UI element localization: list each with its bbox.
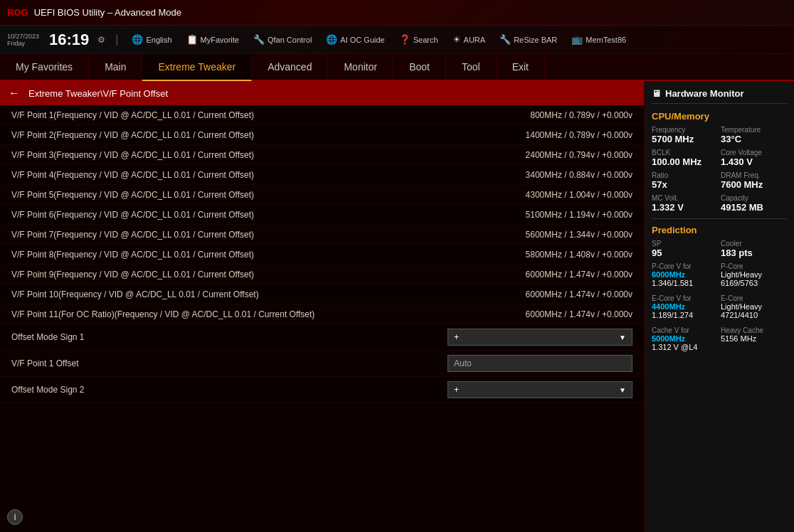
setting-value-vf7: 5600MHz / 1.344v / +0.000v — [490, 230, 632, 240]
hw-frequency-value: 5700 MHz — [652, 134, 718, 144]
hw-cache-row: Cache V for 5000MHz 1.312 V @L4 Heavy Ca… — [652, 326, 787, 356]
setting-row-vf10[interactable]: V/F Point 10(Frequency / VID @ AC/DC_LL … — [0, 284, 644, 304]
tab-exit[interactable]: Exit — [497, 54, 545, 80]
setting-label-vf9: V/F Point 9(Frequency / VID @ AC/DC_LL 0… — [11, 270, 490, 280]
topnav-search-label: Search — [413, 36, 438, 44]
cpu-memory-section-title: CPU/Memory — [652, 111, 787, 122]
topnav-memtest[interactable]: 📺 MemTest86 — [568, 33, 630, 46]
topnav-resizebar[interactable]: 🔧 ReSize BAR — [496, 33, 561, 46]
tab-boot[interactable]: Boot — [393, 54, 446, 80]
hw-core-voltage: Core Voltage 1.430 V — [721, 149, 787, 167]
setting-row-vf5[interactable]: V/F Point 5(Frequency / VID @ AC/DC_LL 0… — [0, 185, 644, 205]
hw-prediction-sp-cooler: SP 95 Cooler 183 pts — [652, 240, 787, 258]
vf1-offset-value: Auto — [454, 358, 472, 368]
offset-sign-1-dropdown[interactable]: + ▼ — [448, 329, 632, 346]
hw-dram-freq: DRAM Freq. 7600 MHz — [721, 171, 787, 190]
back-button[interactable]: ← — [9, 87, 20, 100]
tab-extreme-tweaker[interactable]: Extreme Tweaker — [142, 54, 252, 81]
breadcrumb-path: Extreme Tweaker\V/F Point Offset — [28, 88, 168, 99]
setting-row-vf11[interactable]: V/F Point 11(For OC Ratio)(Frequency / V… — [0, 304, 644, 324]
setting-row-vf1[interactable]: V/F Point 1(Frequency / VID @ AC/DC_LL 0… — [0, 105, 644, 125]
setting-label-vf4: V/F Point 4(Frequency / VID @ AC/DC_LL 0… — [11, 170, 490, 180]
hw-pcore-voltage-val: 1.346/1.581 — [652, 279, 718, 287]
setting-row-vf7[interactable]: V/F Point 7(Frequency / VID @ AC/DC_LL 0… — [0, 225, 644, 245]
tab-main[interactable]: Main — [89, 54, 142, 80]
aura-icon: ☀ — [452, 34, 461, 45]
setting-label-vf3: V/F Point 3(Frequency / VID @ AC/DC_LL 0… — [11, 150, 490, 160]
day-text: Friday — [7, 40, 39, 47]
hw-cache-v-left: Cache V for 5000MHz 1.312 V @L4 — [652, 326, 718, 351]
topnav-qfan[interactable]: 🔧 Qfan Control — [250, 33, 315, 46]
tab-advanced[interactable]: Advanced — [252, 54, 328, 80]
hw-bclk-label: BCLK — [652, 149, 718, 156]
tab-tool[interactable]: Tool — [446, 54, 497, 80]
hw-sp-label: SP — [652, 240, 718, 248]
topnav-aioc[interactable]: 🌐 AI OC Guide — [322, 33, 388, 46]
topnav-myfavorite[interactable]: 📋 MyFavorite — [183, 33, 243, 46]
hw-sp-value: 95 — [652, 248, 718, 258]
setting-value-vf3: 2400MHz / 0.794v / +0.000v — [490, 150, 632, 160]
offset-sign-2-dropdown[interactable]: + ▼ — [448, 381, 632, 398]
hw-mc-volt: MC Volt. 1.332 V — [652, 194, 718, 213]
dropdown-arrow-2-icon: ▼ — [619, 386, 626, 394]
topnav-english[interactable]: 🌐 English — [128, 33, 175, 46]
hw-monitor-title: 🖥 Hardware Monitor — [652, 88, 787, 104]
topnav-memtest-label: MemTest86 — [586, 36, 626, 44]
setting-row-offset-sign-2[interactable]: Offset Mode Sign 2 + ▼ — [0, 377, 644, 403]
clock-display: 16:19 — [49, 31, 89, 49]
hw-ecore-freq: 4400MHz — [652, 302, 718, 311]
date-text: 10/27/2023 — [7, 33, 39, 40]
hw-dram-freq-label: DRAM Freq. — [721, 171, 787, 179]
setting-label-vf10: V/F Point 10(Frequency / VID @ AC/DC_LL … — [11, 289, 490, 299]
tab-my-favorites[interactable]: My Favorites — [0, 54, 89, 80]
hardware-monitor-panel: 🖥 Hardware Monitor CPU/Memory Frequency … — [645, 81, 794, 532]
setting-value-vf1: 800MHz / 0.789v / +0.000v — [490, 110, 632, 120]
info-button[interactable]: i — [7, 509, 23, 525]
topnav-myfav-label: MyFavorite — [201, 36, 239, 44]
globe-icon: 🌐 — [132, 34, 143, 45]
aioc-icon: 🌐 — [326, 34, 337, 45]
qfan-icon: 🔧 — [253, 34, 265, 45]
topnav-search[interactable]: ❓ Search — [396, 33, 442, 46]
setting-row-vf9[interactable]: V/F Point 9(Frequency / VID @ AC/DC_LL 0… — [0, 265, 644, 284]
search-icon: ❓ — [399, 34, 411, 45]
setting-label-vf8: V/F Point 8(Frequency / VID @ AC/DC_LL 0… — [11, 250, 490, 260]
setting-value-vf11: 6000MHz / 1.474v / +0.000v — [490, 309, 632, 319]
setting-row-offset-sign-1[interactable]: Offset Mode Sign 1 + ▼ — [0, 324, 644, 351]
setting-row-vf4[interactable]: V/F Point 4(Frequency / VID @ AC/DC_LL 0… — [0, 165, 644, 185]
datetime-bar: 10/27/2023 Friday 16:19 ⚙ | 🌐 English 📋 … — [0, 26, 794, 54]
setting-label-vf1: V/F Point 1(Frequency / VID @ AC/DC_LL 0… — [11, 110, 490, 120]
hw-cooler: Cooler 183 pts — [721, 240, 787, 258]
setting-row-vf6[interactable]: V/F Point 6(Frequency / VID @ AC/DC_LL 0… — [0, 205, 644, 225]
tab-monitor[interactable]: Monitor — [328, 54, 393, 80]
setting-row-vf2[interactable]: V/F Point 2(Frequency / VID @ AC/DC_LL 0… — [0, 125, 644, 145]
dropdown-arrow-icon: ▼ — [619, 334, 626, 341]
setting-row-vf3[interactable]: V/F Point 3(Frequency / VID @ AC/DC_LL 0… — [0, 145, 644, 165]
setting-value-vf10: 6000MHz / 1.474v / +0.000v — [490, 289, 632, 299]
hw-frequency-label: Frequency — [652, 126, 718, 134]
hw-pcore-right: P-Core Light/Heavy 6169/5763 — [721, 262, 787, 287]
hw-temperature: Temperature 33°C — [721, 126, 787, 144]
setting-label-vf7: V/F Point 7(Frequency / VID @ AC/DC_LL 0… — [11, 230, 490, 240]
topnav-aura[interactable]: ☀ AURA — [449, 33, 489, 46]
setting-value-vf2: 1400MHz / 0.789v / +0.000v — [490, 130, 632, 140]
setting-row-vf8[interactable]: V/F Point 8(Frequency / VID @ AC/DC_LL 0… — [0, 245, 644, 265]
hw-ecore-row: E-Core V for 4400MHz 1.189/1.274 E-Core … — [652, 294, 787, 324]
setting-label-vf11: V/F Point 11(For OC Ratio)(Frequency / V… — [11, 309, 490, 319]
offset-sign-1-value: + — [454, 332, 459, 342]
breadcrumb: ← Extreme Tweaker\V/F Point Offset — [0, 81, 644, 105]
settings-icon[interactable]: ⚙ — [97, 35, 105, 45]
hw-ecore-v-left: E-Core V for 4400MHz 1.189/1.274 — [652, 294, 718, 319]
topnav-english-label: English — [146, 36, 171, 44]
hw-divider — [652, 218, 787, 219]
hw-cache-voltage-val: 1.312 V @L4 — [652, 343, 718, 351]
hw-ecore-voltage-val: 1.189/1.274 — [652, 311, 718, 319]
hw-mc-volt-label: MC Volt. — [652, 194, 718, 202]
setting-row-vf1-offset[interactable]: V/F Point 1 Offset Auto — [0, 351, 644, 377]
vf1-offset-input[interactable]: Auto — [448, 355, 632, 372]
offset-sign-2-value: + — [454, 385, 459, 395]
topnav-aioc-label: AI OC Guide — [340, 36, 384, 44]
hw-pcore-row: P-Core V for 6000MHz 1.346/1.581 P-Core … — [652, 262, 787, 292]
hw-dram-freq-value: 7600 MHz — [721, 179, 787, 190]
monitor-icon: 🖥 — [652, 88, 661, 99]
